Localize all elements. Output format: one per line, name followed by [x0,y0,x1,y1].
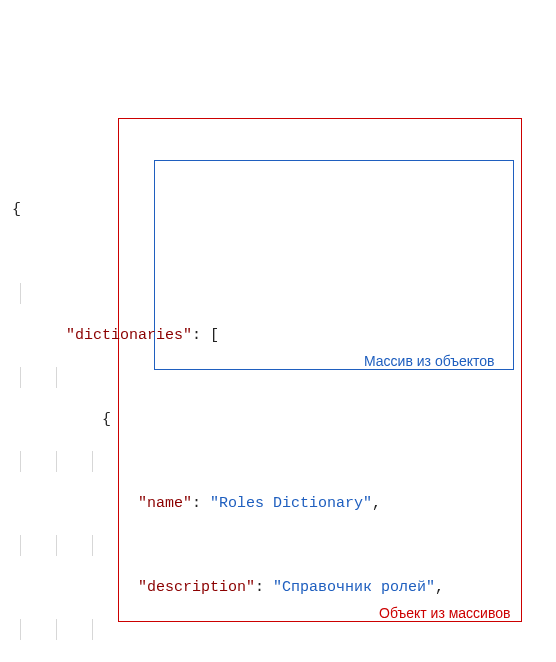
json-key: "description" [138,579,255,596]
code-line: { [12,199,544,220]
code-line: "description": "Справочник ролей", [12,535,544,556]
code-line: { [12,367,544,388]
brace-open: { [102,411,111,428]
json-key: "name" [138,495,192,512]
code-line: "dictionaryGroups": { [12,619,544,640]
brace-open: { [12,201,21,218]
code-line: "dictionaries": [ [12,283,544,304]
code-line: "name": "Roles Dictionary", [12,451,544,472]
json-string: "Справочник ролей" [273,579,435,596]
json-code-block: Массив из объектов Объект из массивов { … [12,10,544,662]
colon: : [192,327,201,344]
json-string: "Roles Dictionary" [210,495,372,512]
bracket-open: [ [210,327,219,344]
json-key: "dictionaries" [66,327,192,344]
